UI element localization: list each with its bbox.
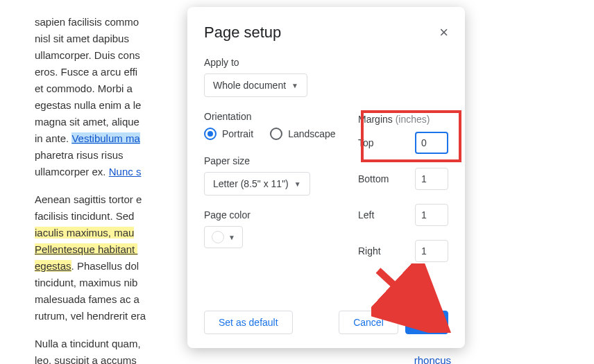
ok-button[interactable]: OK <box>405 311 448 334</box>
radio-unselected-icon <box>270 128 282 140</box>
paper-size-label: Paper size <box>204 155 344 166</box>
apply-to-value: Whole document <box>213 80 286 91</box>
caret-down-icon: ▼ <box>294 180 301 188</box>
set-as-default-button[interactable]: Set as default <box>204 311 293 334</box>
margin-top-label: Top <box>358 137 408 148</box>
page-setup-dialog: Page setup × Apply to Whole document ▼ O… <box>187 7 465 348</box>
radio-selected-icon <box>204 128 217 140</box>
caret-down-icon: ▼ <box>291 82 298 89</box>
orientation-label: Orientation <box>204 111 344 122</box>
margin-bottom-label: Bottom <box>358 173 408 184</box>
portrait-label: Portrait <box>222 128 253 139</box>
cancel-button[interactable]: Cancel <box>339 311 398 334</box>
apply-to-dropdown[interactable]: Whole document ▼ <box>204 73 307 97</box>
dialog-title: Page setup <box>204 24 281 42</box>
page-color-label: Page color <box>204 209 344 220</box>
color-swatch-icon <box>212 231 224 243</box>
margin-right-label: Right <box>358 245 408 257</box>
margin-right-input[interactable] <box>415 240 448 262</box>
margin-left-label: Left <box>358 209 408 220</box>
margin-top-input[interactable] <box>415 132 448 154</box>
apply-to-label: Apply to <box>204 57 344 68</box>
paper-size-dropdown[interactable]: Letter (8.5" x 11") ▼ <box>204 172 310 196</box>
margin-left-input[interactable] <box>415 204 448 226</box>
margins-label: Margins (inches) <box>358 114 448 125</box>
margin-bottom-input[interactable] <box>415 168 448 190</box>
paper-size-value: Letter (8.5" x 11") <box>213 178 289 189</box>
portrait-radio[interactable]: Portrait <box>204 128 253 140</box>
close-icon[interactable]: × <box>439 25 448 40</box>
landscape-label: Landscape <box>288 128 336 139</box>
caret-down-icon: ▼ <box>228 234 235 241</box>
landscape-radio[interactable]: Landscape <box>270 128 336 140</box>
page-color-dropdown[interactable]: ▼ <box>204 226 243 248</box>
